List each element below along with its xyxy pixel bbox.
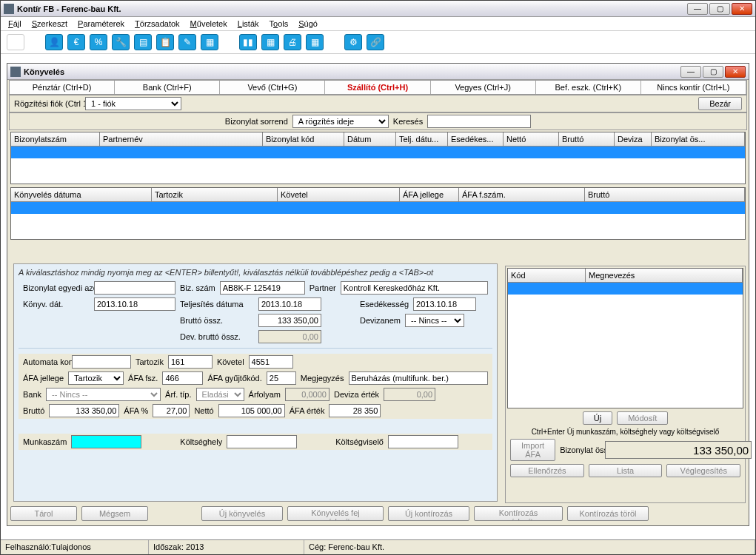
tool-user-icon[interactable]: 👤 <box>45 34 63 50</box>
menu-fajl[interactable]: Fájl <box>8 19 21 28</box>
tool-gear-icon[interactable]: ⚙ <box>344 34 362 50</box>
menu-tools[interactable]: Tools <box>270 19 289 28</box>
tool-doc-icon[interactable]: ▤ <box>134 34 152 50</box>
tool-grid-icon[interactable]: ▦ <box>261 34 279 50</box>
esedek-input[interactable] <box>413 297 476 311</box>
col-tartozik[interactable]: Tartozik <box>152 188 278 201</box>
tool-link-icon[interactable]: 🔗 <box>367 34 384 50</box>
col-datum[interactable]: Dátum <box>344 132 396 146</box>
menu-sugo[interactable]: Súgó <box>298 19 318 28</box>
veglegesites-button[interactable]: Véglegesítés <box>666 464 740 477</box>
arftip-select[interactable]: Eladási <box>196 388 244 401</box>
tool-edit-icon[interactable]: ✎ <box>178 34 196 50</box>
sorrend-select[interactable]: A rögzítés ideje <box>292 115 389 128</box>
tool-chart-icon[interactable]: ▮▮ <box>239 34 257 50</box>
afaertek-input[interactable] <box>329 404 381 417</box>
bank-select[interactable]: -- Nincs -- <box>46 388 161 401</box>
minimize-button[interactable]: — <box>687 3 708 15</box>
menu-listak[interactable]: Listák <box>238 19 259 28</box>
devizanem-select[interactable]: -- Nincs -- <box>405 314 464 327</box>
tab-befeszkoz[interactable]: Bef. eszk. (Ctrl+K) <box>536 81 641 94</box>
konyvdat-input[interactable] <box>94 297 175 311</box>
col-teljdat[interactable]: Telj. dátu... <box>396 132 448 146</box>
ellenorzes-button[interactable]: Ellenőrzés <box>510 464 584 477</box>
col-konyvdat[interactable]: Könyvelés dátuma <box>11 188 152 201</box>
import-afa-button[interactable]: Import ÁFA <box>510 439 555 461</box>
grid-konyveles[interactable]: Könyvelés dátuma Tartozik Követel ÁFA je… <box>10 187 746 240</box>
koltseghely-input[interactable] <box>227 435 297 448</box>
megsem-button[interactable]: Mégsem <box>81 506 148 521</box>
partner-input[interactable] <box>341 281 488 295</box>
col-bizossz[interactable]: Bizonylat ös... <box>652 132 745 146</box>
menu-muveletek[interactable]: Műveletek <box>190 19 227 28</box>
col-deviza[interactable]: Deviza <box>615 132 652 146</box>
tab-nincskontir[interactable]: Nincs kontír (Ctrl+L) <box>641 81 746 94</box>
kovet-input[interactable] <box>249 355 293 369</box>
close-button[interactable]: ✕ <box>732 3 752 15</box>
tab-vevo[interactable]: Vevő (Ctrl+G) <box>220 81 325 94</box>
rogz-select[interactable]: 1 - fiók <box>85 97 181 110</box>
inner-minimize-button[interactable]: — <box>680 66 701 78</box>
menu-torzsadatok[interactable]: Törzsadatok <box>135 19 180 28</box>
tool-print-icon[interactable]: 🖨 <box>284 34 301 50</box>
koltsegviselo-input[interactable] <box>388 435 458 448</box>
uj-button[interactable]: Új <box>583 411 612 425</box>
col-partner[interactable]: Partnernév <box>100 132 263 146</box>
kontirmodosit-button[interactable]: Kontírozás módosít <box>474 506 563 521</box>
tool-clipboard-icon[interactable]: 📋 <box>156 34 174 50</box>
bezar-button[interactable]: Bezár <box>698 97 742 110</box>
tab-bank[interactable]: Bank (Ctrl+F) <box>115 81 220 94</box>
inner-maximize-button[interactable]: ▢ <box>703 66 723 78</box>
tartozik-input[interactable] <box>168 355 213 369</box>
col-kod[interactable]: Kód <box>508 269 586 282</box>
afajelleg-select[interactable]: Tartozik <box>68 371 124 385</box>
col-esedek[interactable]: Esedékes... <box>448 132 504 146</box>
afagyujto-input[interactable] <box>267 371 296 385</box>
netto-input[interactable] <box>218 404 285 417</box>
ujkonyveles-button[interactable]: Új könyvelés <box>201 506 283 521</box>
tool-percent-icon[interactable]: % <box>90 34 107 50</box>
tool-calc-icon[interactable]: ▦ <box>201 34 218 50</box>
col-brutto2[interactable]: Bruttó <box>585 188 745 201</box>
side-grid[interactable]: Kód Megnevezés <box>507 268 743 408</box>
col-kod[interactable]: Bizonylat kód <box>263 132 344 146</box>
inner-close-button[interactable]: ✕ <box>725 66 746 78</box>
maximize-button[interactable]: ▢ <box>709 3 730 15</box>
col-afajelleg[interactable]: ÁFA jellege <box>400 188 459 201</box>
kereses-input[interactable] <box>427 115 531 128</box>
grid1-selected-row[interactable] <box>11 147 745 158</box>
tab-vegyes[interactable]: Vegyes (Ctrl+J) <box>431 81 536 94</box>
brutto-input[interactable] <box>49 404 119 417</box>
kontirtorol-button[interactable]: Kontírozás töröl <box>567 506 649 521</box>
tool-euro-icon[interactable]: € <box>67 34 85 50</box>
megj-input[interactable] <box>349 371 489 385</box>
grid2-selected-row[interactable] <box>11 202 745 214</box>
bruttoossz-input[interactable] <box>258 314 321 327</box>
side-selected-row[interactable] <box>508 283 743 295</box>
modosit-button[interactable]: Módosít <box>617 411 668 425</box>
col-brutto[interactable]: Bruttó <box>559 132 615 146</box>
menu-parameterek[interactable]: Paraméterek <box>78 19 124 28</box>
col-megnevezes[interactable]: Megnevezés <box>586 269 743 282</box>
biz-egyedi-input[interactable] <box>94 281 175 295</box>
munkaszam-input[interactable] <box>71 435 141 448</box>
tab-szallito[interactable]: Szállító (Ctrl+H) <box>325 81 430 94</box>
col-bizszam[interactable]: Bizonylatszám <box>11 132 100 146</box>
afapct-input[interactable] <box>153 404 190 417</box>
lista-button[interactable]: Lista <box>589 464 663 477</box>
menu-szerkeszt[interactable]: Szerkeszt <box>32 19 67 28</box>
col-afafsz[interactable]: ÁFA f.szám. <box>459 188 585 201</box>
col-netto[interactable]: Nettó <box>504 132 559 146</box>
ujkontirozas-button[interactable]: Új kontírozás <box>388 506 469 521</box>
konyvfejmodosit-button[interactable]: Könyvelés fej módosít <box>287 506 384 521</box>
afafsz-input[interactable] <box>162 371 203 385</box>
tool-table-icon[interactable]: ▦ <box>306 34 324 50</box>
tool-wrench-icon[interactable]: 🔧 <box>112 34 130 50</box>
tool-blank[interactable] <box>7 34 24 50</box>
col-kovet[interactable]: Követel <box>278 188 400 201</box>
teljdat-input[interactable] <box>258 297 321 311</box>
grid-bizonylat[interactable]: Bizonylatszám Partnernév Bizonylat kód D… <box>10 132 746 184</box>
tab-penztar[interactable]: Pénztár (Ctrl+D) <box>10 81 115 94</box>
autokontir-input[interactable] <box>72 355 131 369</box>
biz-szam-input[interactable] <box>220 281 305 295</box>
